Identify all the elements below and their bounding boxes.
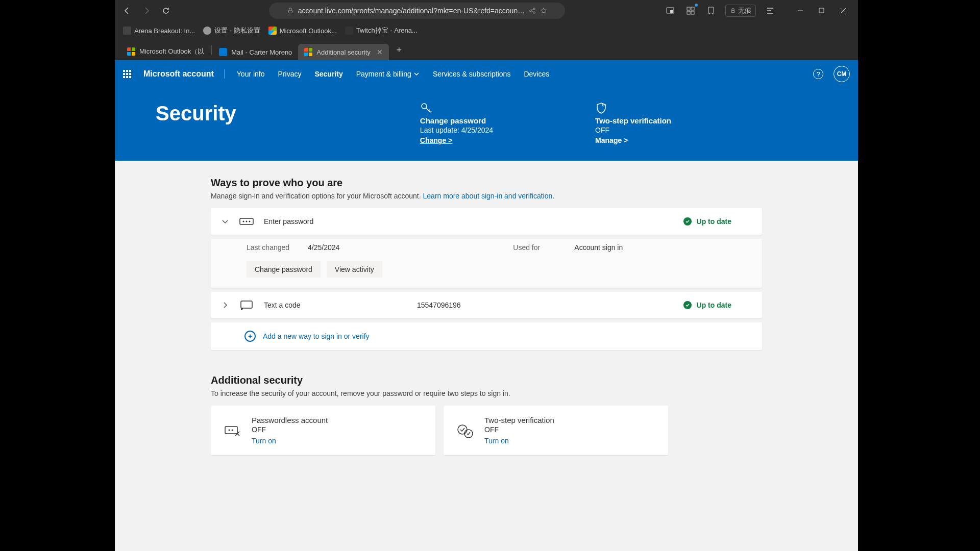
tab[interactable]: Microsoft Outlook（以 xyxy=(121,43,210,60)
section-title-additional: Additional security xyxy=(211,374,762,386)
back-button[interactable] xyxy=(119,3,135,19)
signin-method-text: Text a code 15547096196 Up to date xyxy=(211,292,762,318)
address-bar[interactable]: account.live.com/proofs/manage/additiona… xyxy=(269,3,565,19)
nav-services[interactable]: Services & subscriptions xyxy=(433,70,511,78)
add-signin-method[interactable]: + Add a new way to sign in or verify xyxy=(211,322,762,350)
hero-two-step: Two-step verification OFF Manage > xyxy=(595,102,671,144)
view-activity-button[interactable]: View activity xyxy=(327,261,382,278)
turn-on-passwordless-link[interactable]: Turn on xyxy=(252,437,328,445)
star-icon[interactable] xyxy=(540,7,547,14)
plus-icon: + xyxy=(244,331,256,342)
chevron-down-icon xyxy=(413,71,420,77)
section-title-ways: Ways to prove who you are xyxy=(211,177,762,189)
window-close[interactable] xyxy=(832,3,854,19)
window-maximize[interactable] xyxy=(811,3,832,19)
window-minimize[interactable] xyxy=(790,3,811,19)
favicon xyxy=(268,27,277,35)
pip-icon[interactable] xyxy=(664,5,676,17)
tab-close-icon[interactable]: ✕ xyxy=(377,48,383,56)
tab[interactable]: Mail - Carter Moreno xyxy=(213,44,298,60)
favicon xyxy=(304,48,312,56)
nav-devices[interactable]: Devices xyxy=(524,70,549,78)
ms-header: Microsoft account Your info Privacy Secu… xyxy=(115,60,858,88)
status-badge: Up to date xyxy=(683,217,731,226)
private-mode-badge[interactable]: 无痕 xyxy=(725,5,756,17)
hero-banner: Security Change password Last update: 4/… xyxy=(115,88,858,161)
card-passwordless: Passwordless account OFF Turn on xyxy=(211,406,435,455)
check-icon xyxy=(683,217,692,226)
menu-icon[interactable] xyxy=(764,5,776,17)
turn-on-two-step-link[interactable]: Turn on xyxy=(484,437,554,445)
key-icon xyxy=(420,102,432,114)
change-password-button[interactable]: Change password xyxy=(247,261,321,278)
manage-two-step-link[interactable]: Manage > xyxy=(595,136,671,144)
status-badge: Up to date xyxy=(683,301,731,309)
chevron-down-icon xyxy=(221,217,229,226)
header-nav: Your info Privacy Security Payment & bil… xyxy=(237,70,549,78)
browser-titlebar: account.live.com/proofs/manage/additiona… xyxy=(115,0,858,21)
page-title: Security xyxy=(156,102,236,125)
share-icon[interactable] xyxy=(529,7,536,14)
chevron-right-icon xyxy=(221,301,229,309)
svg-point-1 xyxy=(530,10,532,12)
brand-label[interactable]: Microsoft account xyxy=(143,69,225,79)
url-text: account.live.com/proofs/manage/additiona… xyxy=(298,7,525,15)
favicon xyxy=(219,48,227,56)
svg-point-16 xyxy=(246,221,248,222)
svg-point-20 xyxy=(229,429,230,431)
refresh-button[interactable] xyxy=(158,3,174,19)
svg-point-3 xyxy=(533,12,535,14)
svg-rect-5 xyxy=(670,10,673,13)
signin-method-password: Enter password Up to date xyxy=(211,208,762,235)
lock-small-icon xyxy=(730,8,736,14)
new-tab-button[interactable]: + xyxy=(392,43,406,57)
section-sub-additional: To increase the security of your account… xyxy=(211,389,762,397)
svg-rect-18 xyxy=(241,301,252,308)
signin-method-password-details: Last changed4/25/2024 Used forAccount si… xyxy=(211,239,762,288)
svg-point-21 xyxy=(232,429,233,431)
favicon xyxy=(203,27,211,35)
two-step-icon xyxy=(456,421,474,440)
row-header[interactable]: Text a code 15547096196 Up to date xyxy=(211,292,762,318)
bookmark-item[interactable]: 设置 - 隐私设置 xyxy=(203,26,260,35)
bookmark-item[interactable]: Microsoft Outlook... xyxy=(268,27,337,35)
refresh-icon xyxy=(162,7,170,15)
forward-icon xyxy=(142,7,151,15)
change-password-link[interactable]: Change > xyxy=(420,136,493,144)
svg-rect-6 xyxy=(687,7,690,10)
bookmark-item[interactable]: Arena Breakout: In... xyxy=(123,27,195,35)
check-icon xyxy=(683,301,692,309)
nav-privacy[interactable]: Privacy xyxy=(278,70,302,78)
forward-button[interactable] xyxy=(138,3,155,19)
svg-point-2 xyxy=(533,8,535,10)
lock-icon xyxy=(287,7,294,14)
tab-strip: Microsoft Outlook（以 Mail - Carter Moreno… xyxy=(115,40,858,60)
card-two-step: Two-step verification OFF Turn on xyxy=(444,406,668,455)
svg-rect-9 xyxy=(691,11,694,14)
svg-point-22 xyxy=(458,425,467,434)
nav-security[interactable]: Security xyxy=(314,70,342,78)
tab-active[interactable]: Additional security ✕ xyxy=(298,44,389,60)
help-icon[interactable]: ? xyxy=(813,69,823,79)
nav-your-info[interactable]: Your info xyxy=(237,70,265,78)
row-header[interactable]: Enter password Up to date xyxy=(211,208,762,235)
password-icon xyxy=(239,216,254,227)
bookmarks-bar: Arena Breakout: In... 设置 - 隐私设置 Microsof… xyxy=(115,21,858,40)
avatar[interactable]: CM xyxy=(834,66,850,82)
bookmark-item[interactable]: Twitch掉宝 - Arena... xyxy=(345,26,418,35)
svg-rect-10 xyxy=(731,10,734,13)
favicon xyxy=(127,47,135,56)
svg-point-15 xyxy=(243,221,244,222)
favicon xyxy=(345,27,353,35)
svg-rect-19 xyxy=(225,427,237,434)
learn-more-link[interactable]: Learn more about sign-in and verificatio… xyxy=(423,192,553,200)
section-sub-ways: Manage sign-in and verification options … xyxy=(211,192,762,200)
svg-point-17 xyxy=(249,221,251,222)
shield-key-icon xyxy=(595,102,607,114)
svg-rect-0 xyxy=(288,10,292,13)
svg-rect-11 xyxy=(819,8,824,13)
app-launcher-icon[interactable] xyxy=(123,70,131,78)
nav-payment[interactable]: Payment & billing xyxy=(356,70,420,78)
bookmark-flag-icon[interactable] xyxy=(705,5,717,17)
extensions-icon[interactable] xyxy=(684,5,697,17)
